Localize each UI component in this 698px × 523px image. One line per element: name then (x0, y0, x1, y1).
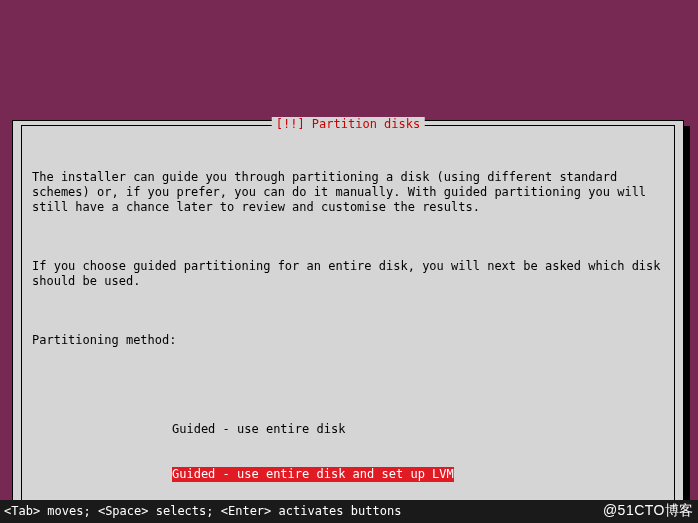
dialog-paragraph-2: If you choose guided partitioning for an… (32, 259, 664, 289)
footer-help-text: <Tab> moves; <Space> selects; <Enter> ac… (4, 504, 401, 518)
dialog-body: The installer can guide you through part… (32, 140, 664, 523)
option-guided-entire-disk[interactable]: Guided - use entire disk (172, 422, 664, 437)
dialog-container: [!!] Partition disks The installer can g… (12, 120, 684, 523)
dialog-paragraph-1: The installer can guide you through part… (32, 170, 664, 215)
dialog-title: [!!] Partition disks (272, 117, 425, 131)
footer-bar: <Tab> moves; <Space> selects; <Enter> ac… (0, 500, 698, 523)
watermark: @51CTO博客 (603, 502, 694, 520)
option-guided-lvm[interactable]: Guided - use entire disk and set up LVM (172, 467, 454, 482)
partition-dialog: [!!] Partition disks The installer can g… (12, 120, 684, 523)
dialog-prompt: Partitioning method: (32, 333, 664, 348)
dialog-inner: [!!] Partition disks The installer can g… (21, 125, 675, 523)
